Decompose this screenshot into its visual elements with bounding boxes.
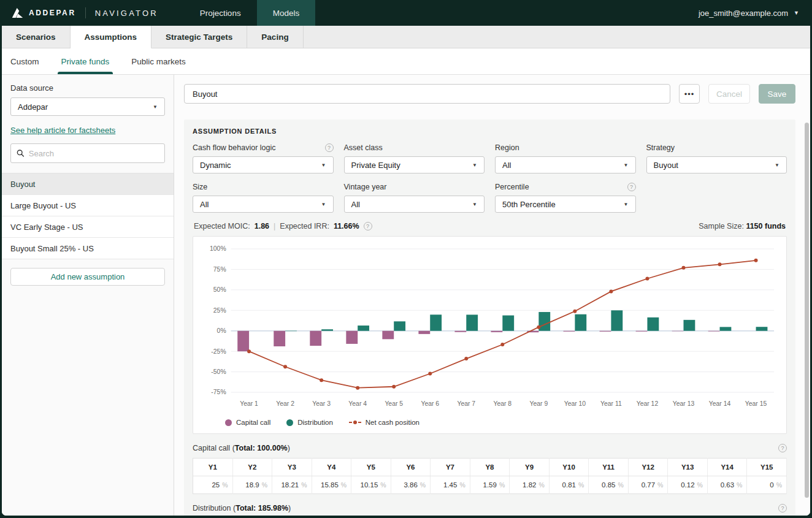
field-cash-flow-behavior-logic: Cash flow behavior logic?Dynamic▼ — [193, 143, 334, 173]
value-cell[interactable]: 0.77% — [628, 476, 668, 494]
value-cell[interactable]: 18.21% — [272, 476, 312, 494]
value-cell[interactable]: 0.81% — [549, 476, 589, 494]
tab-scenarios[interactable]: Scenarios — [2, 26, 71, 48]
value-cell[interactable]: 1.59% — [470, 476, 510, 494]
chart-legend: Capital callDistributionNet cash positio… — [199, 414, 780, 430]
svg-text:75%: 75% — [213, 266, 226, 273]
value-cell[interactable]: 0.12% — [668, 476, 708, 494]
value-cell[interactable]: 0% — [747, 476, 787, 494]
value-cell[interactable]: 10.15% — [351, 476, 391, 494]
chevron-down-icon: ▼ — [321, 202, 326, 207]
value-cell[interactable]: 1.82% — [510, 476, 550, 494]
top-bar: ADDEPAR NAVIGATOR ProjectionsModels joe_… — [2, 0, 810, 26]
assumption-list: BuyoutLarge Buyout - USVC Early Stage - … — [2, 173, 174, 259]
cell-unit: % — [341, 481, 347, 489]
field-value: 50th Percentile — [502, 200, 556, 209]
field-value: All — [502, 161, 511, 170]
tab-assumptions[interactable]: Assumptions — [71, 26, 152, 48]
value-cell[interactable]: 3.86% — [391, 476, 431, 494]
list-item[interactable]: VC Early Stage - US — [2, 216, 174, 238]
field-value: All — [200, 200, 209, 209]
field-size: SizeAll▼ — [193, 183, 334, 213]
value-cell[interactable]: 0.85% — [589, 476, 629, 494]
svg-text:Year 5: Year 5 — [385, 400, 403, 407]
value-cell[interactable]: 25% — [193, 476, 233, 494]
cell-value: 18.9 — [245, 481, 259, 489]
app-window: ADDEPAR NAVIGATOR ProjectionsModels joe_… — [2, 0, 810, 516]
net-cash-line-swatch — [349, 421, 361, 424]
tab-pacing[interactable]: Pacing — [247, 26, 303, 48]
value-cell[interactable]: 0.63% — [707, 476, 747, 494]
irr-info-icon[interactable]: ? — [364, 222, 372, 230]
search-input[interactable] — [29, 149, 159, 158]
column-header: Y5 — [351, 459, 391, 476]
assumption-name-input[interactable] — [184, 84, 670, 104]
cell-value: 10.15 — [361, 481, 378, 489]
subtab-public-markets[interactable]: Public markets — [131, 48, 186, 74]
table-title: Distribution (Total: 185.98%) — [193, 504, 291, 512]
field-value: Private Equity — [351, 161, 400, 170]
table-total: Total: 185.98% — [236, 504, 288, 512]
field-select[interactable]: All▼ — [495, 156, 636, 173]
sidebar: Data source Addepar ▼ See help article f… — [2, 75, 174, 516]
column-header: Y2 — [232, 459, 272, 476]
brand-name: ADDEPAR — [29, 9, 76, 17]
svg-text:50%: 50% — [213, 286, 226, 293]
list-item[interactable]: Buyout Small 25% - US — [2, 238, 174, 259]
field-select[interactable]: Dynamic▼ — [193, 156, 334, 173]
field-info-icon[interactable]: ? — [627, 183, 636, 191]
field-percentile: Percentile?50th Percentile▼ — [495, 183, 636, 213]
field-label: Region — [495, 143, 519, 152]
svg-text:Year 7: Year 7 — [457, 400, 475, 407]
topnav-item-models[interactable]: Models — [257, 0, 316, 26]
field-strategy: StrategyBuyout▼ — [646, 143, 787, 173]
sub-tab-bar: CustomPrivate fundsPublic markets — [2, 48, 810, 75]
field-select[interactable]: Private Equity▼ — [344, 156, 485, 173]
add-assumption-button[interactable]: Add new assumption — [10, 268, 165, 286]
save-button[interactable]: Save — [759, 84, 795, 104]
cell-unit: % — [538, 481, 544, 489]
field-region: RegionAll▼ — [495, 143, 636, 173]
field-select[interactable]: Buyout▼ — [646, 156, 787, 173]
user-menu[interactable]: joe_smith@example.com ▼ — [699, 9, 799, 18]
subtab-private-funds[interactable]: Private funds — [61, 48, 110, 74]
field-vintage-year: Vintage yearAll▼ — [344, 183, 485, 213]
cancel-button[interactable]: Cancel — [708, 84, 750, 104]
list-item[interactable]: Large Buyout - US — [2, 195, 174, 216]
subtab-custom[interactable]: Custom — [10, 48, 39, 74]
table-total: Total: 100.00% — [235, 444, 288, 452]
cell-unit: % — [657, 481, 663, 489]
topnav-item-projections[interactable]: Projections — [184, 0, 257, 26]
tab-strategic-targets[interactable]: Strategic Targets — [151, 26, 247, 48]
field-select[interactable]: All▼ — [193, 196, 334, 213]
svg-text:Year 2: Year 2 — [276, 400, 294, 407]
value-cell[interactable]: 1.45% — [431, 476, 470, 494]
field-info-icon[interactable]: ? — [325, 143, 334, 152]
data-source-select[interactable]: Addepar ▼ — [10, 97, 165, 116]
chevron-down-icon: ▼ — [624, 202, 629, 207]
value-cell[interactable]: 18.9% — [232, 476, 272, 494]
table-info-icon[interactable]: ? — [778, 504, 787, 512]
table-section-distribution: Distribution (Total: 185.98%)?Y1Y2Y3Y4Y5… — [193, 504, 787, 516]
column-header: Y8 — [470, 459, 510, 476]
field-select[interactable]: 50th Percentile▼ — [495, 196, 636, 213]
svg-text:Year 3: Year 3 — [312, 400, 331, 407]
cell-unit: % — [380, 481, 386, 489]
svg-text:Year 1: Year 1 — [240, 400, 258, 407]
field-select[interactable]: All▼ — [344, 196, 485, 213]
help-article-link[interactable]: See help article for factsheets — [10, 126, 115, 135]
value-cell[interactable]: 15.85% — [312, 476, 351, 494]
field-label: Strategy — [646, 143, 675, 152]
column-header: Y14 — [707, 459, 747, 476]
table-info-icon[interactable]: ? — [778, 444, 787, 452]
legend-label: Distribution — [297, 419, 333, 426]
chevron-down-icon: ▼ — [472, 162, 477, 168]
paren: ) — [288, 444, 290, 452]
search-box[interactable] — [10, 143, 165, 163]
addepar-logo[interactable]: ADDEPAR — [12, 8, 76, 18]
more-options-button[interactable]: ••• — [679, 84, 700, 104]
list-item[interactable]: Buyout — [2, 173, 174, 195]
cell-unit: % — [697, 481, 703, 489]
user-email: joe_smith@example.com — [699, 9, 788, 18]
vertical-scrollbar[interactable] — [805, 123, 809, 498]
